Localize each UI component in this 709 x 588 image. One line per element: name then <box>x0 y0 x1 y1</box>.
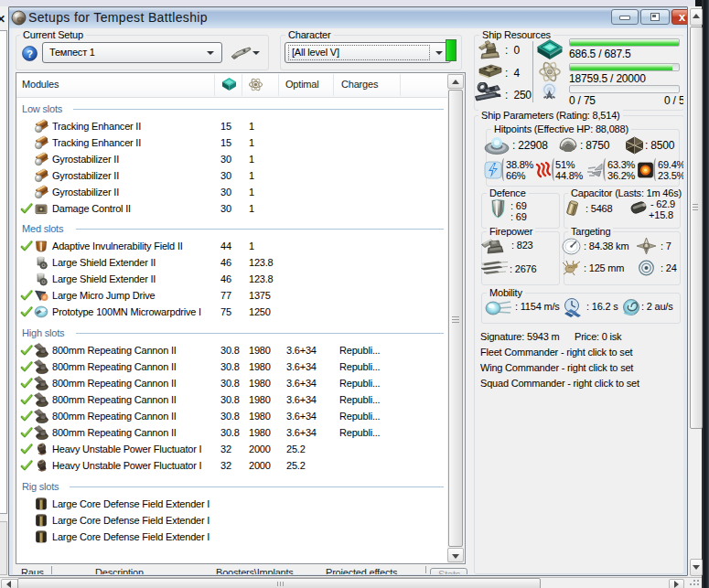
svg-text:?: ? <box>27 48 33 59</box>
